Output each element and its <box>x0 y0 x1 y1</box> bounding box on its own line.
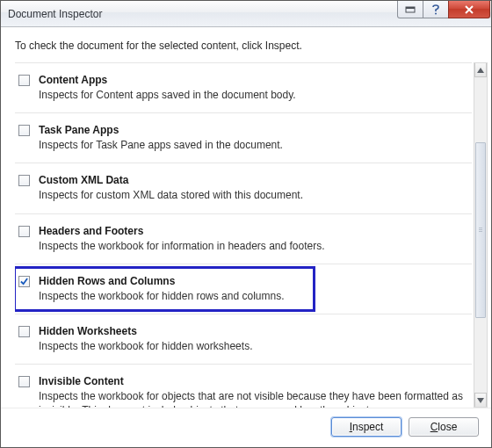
option-description: Inspects the workbook for hidden workshe… <box>39 339 463 353</box>
option-checkbox[interactable] <box>18 175 30 186</box>
close-dialog-button[interactable]: Close <box>409 417 479 437</box>
inspect-option: Invisible ContentInspects the workbook f… <box>15 365 472 408</box>
scroll-down-button[interactable] <box>474 393 487 407</box>
inspect-button[interactable]: Inspect <box>331 417 402 437</box>
inspect-option: Content AppsInspects for Content apps sa… <box>15 63 472 113</box>
chevron-down-icon <box>477 398 484 403</box>
inspect-option: Hidden WorksheetsInspects the workbook f… <box>15 314 472 365</box>
chevron-up-icon <box>477 68 484 73</box>
scrollbar[interactable] <box>474 62 488 408</box>
options-list: Content AppsInspects for Content apps sa… <box>15 62 472 408</box>
help-button[interactable] <box>423 1 449 18</box>
option-text: Invisible ContentInspects the workbook f… <box>39 375 463 408</box>
titlebar: Document Inspector <box>1 1 491 27</box>
option-checkbox[interactable] <box>18 326 30 337</box>
option-description: Inspects the workbook for objects that a… <box>39 389 463 408</box>
inspect-option: Custom XML DataInspects for custom XML d… <box>15 163 472 213</box>
minimize-icon <box>404 5 416 14</box>
option-description: Inspects for Content apps saved in the d… <box>39 88 463 102</box>
option-checkbox[interactable] <box>18 125 30 136</box>
option-checkbox[interactable] <box>18 226 30 237</box>
option-description: Inspects the workbook for information in… <box>39 239 463 253</box>
window-controls <box>398 1 491 26</box>
scroll-up-button[interactable] <box>474 63 487 77</box>
option-text: Hidden Rows and ColumnsInspects the work… <box>39 275 463 303</box>
instruction-text: To check the document for the selected c… <box>1 27 491 62</box>
option-description: Inspects the workbook for hidden rows an… <box>39 289 463 303</box>
scroll-thumb[interactable] <box>475 142 486 318</box>
option-title: Hidden Worksheets <box>39 325 463 337</box>
option-checkbox[interactable] <box>18 376 30 387</box>
svg-rect-1 <box>406 7 415 9</box>
option-title: Task Pane Apps <box>39 124 463 136</box>
option-text: Hidden WorksheetsInspects the workbook f… <box>39 325 463 353</box>
inspect-option: Hidden Rows and ColumnsInspects the work… <box>15 264 472 314</box>
window-title: Document Inspector <box>8 8 398 20</box>
option-checkbox[interactable] <box>18 75 30 86</box>
inspect-option: Task Pane AppsInspects for Task Pane app… <box>15 113 472 163</box>
content-area: Content AppsInspects for Content apps sa… <box>1 62 491 408</box>
close-icon <box>464 4 474 15</box>
inspect-option: Headers and FootersInspects the workbook… <box>15 214 472 264</box>
option-title: Custom XML Data <box>39 174 463 186</box>
option-text: Content AppsInspects for Content apps sa… <box>39 74 463 102</box>
close-button[interactable] <box>448 1 490 18</box>
option-title: Invisible Content <box>39 375 463 387</box>
option-text: Task Pane AppsInspects for Task Pane app… <box>39 124 463 152</box>
dialog-window: Document Inspector To check the document… <box>0 0 492 448</box>
option-title: Hidden Rows and Columns <box>39 275 463 287</box>
option-description: Inspects for custom XML data stored with… <box>39 188 463 202</box>
help-icon <box>431 4 440 15</box>
svg-point-2 <box>435 12 437 14</box>
option-text: Headers and FootersInspects the workbook… <box>39 225 463 253</box>
option-title: Headers and Footers <box>39 225 463 237</box>
dialog-footer: Inspect Close <box>1 408 491 447</box>
minimize-button[interactable] <box>397 1 423 18</box>
option-text: Custom XML DataInspects for custom XML d… <box>39 174 463 202</box>
option-description: Inspects for Task Pane apps saved in the… <box>39 138 463 152</box>
option-title: Content Apps <box>39 74 463 86</box>
option-checkbox[interactable] <box>18 276 30 287</box>
